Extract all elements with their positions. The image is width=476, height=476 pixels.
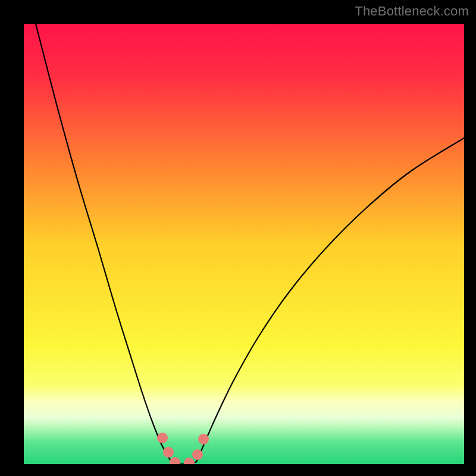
- chart-frame: TheBottleneck.com: [0, 0, 476, 476]
- plot-area: [24, 24, 464, 464]
- marker-right-upper: [198, 434, 209, 444]
- marker-right-knee: [192, 449, 203, 460]
- bottleneck-curve: [24, 24, 464, 464]
- curve-left-branch: [36, 24, 171, 462]
- marker-well-left: [170, 457, 180, 464]
- watermark-text: TheBottleneck.com: [355, 4, 469, 19]
- curve-right-branch: [196, 138, 464, 462]
- marker-left-knee-upper: [157, 433, 168, 443]
- marker-well-right: [184, 458, 195, 464]
- marker-left-knee-lower: [163, 447, 174, 458]
